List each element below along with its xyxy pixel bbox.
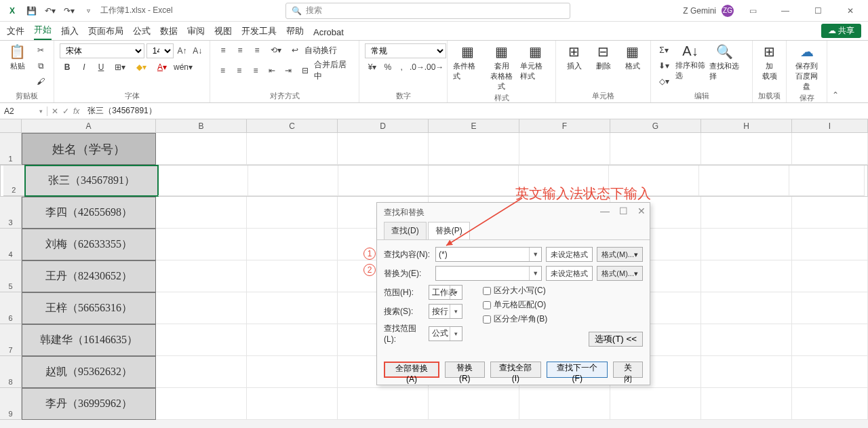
- format-painter-icon[interactable]: 🖌: [33, 75, 48, 88]
- cell[interactable]: [792, 324, 868, 356]
- search-direction-select[interactable]: 按行▾: [429, 304, 462, 319]
- col-header-C[interactable]: C: [247, 119, 338, 132]
- merge-label[interactable]: 合并后居中: [314, 59, 353, 82]
- cell[interactable]: [792, 229, 868, 260]
- align-center-icon[interactable]: ≡: [232, 64, 246, 77]
- col-header-E[interactable]: E: [429, 119, 519, 132]
- chevron-down-icon[interactable]: ▼: [529, 267, 541, 280]
- cell[interactable]: [609, 166, 699, 196]
- cell[interactable]: [519, 388, 610, 420]
- dialog-tab-replace[interactable]: 替换(P): [428, 222, 470, 239]
- cell[interactable]: [701, 133, 792, 165]
- tab-formulas[interactable]: 公式: [133, 25, 151, 40]
- chevron-down-icon[interactable]: ▾: [450, 305, 462, 318]
- redo-icon[interactable]: ↷▾: [61, 3, 77, 19]
- col-header-B[interactable]: B: [156, 119, 247, 132]
- font-size-select[interactable]: 14: [146, 43, 174, 58]
- delete-cells-button[interactable]: ⊟删除: [591, 43, 616, 71]
- cell[interactable]: [247, 260, 338, 292]
- save-icon[interactable]: 💾: [23, 3, 39, 19]
- cell[interactable]: [247, 356, 338, 388]
- col-header-G[interactable]: G: [610, 119, 701, 132]
- find-next-button[interactable]: 查找下一个(F): [547, 362, 608, 378]
- wrap-text-icon[interactable]: ↩: [288, 43, 302, 57]
- match-whole-input[interactable]: [483, 301, 491, 309]
- merge-icon[interactable]: ⊟: [298, 64, 312, 77]
- cell[interactable]: [156, 356, 247, 388]
- tab-review[interactable]: 审阅: [187, 25, 205, 40]
- dialog-minimize-icon[interactable]: ―: [600, 206, 610, 216]
- cell[interactable]: [247, 197, 338, 229]
- decrease-indent-icon[interactable]: ⇤: [265, 64, 279, 77]
- cell[interactable]: [158, 166, 248, 196]
- lookin-select[interactable]: 公式▾: [429, 326, 462, 341]
- cell[interactable]: [610, 133, 701, 165]
- maximize-icon[interactable]: ☐: [804, 1, 831, 20]
- cell[interactable]: [792, 292, 868, 324]
- cell[interactable]: [247, 324, 338, 356]
- row-header[interactable]: 7: [0, 324, 22, 356]
- cell[interactable]: [248, 166, 338, 196]
- minimize-icon[interactable]: ―: [772, 1, 799, 20]
- select-all-corner[interactable]: [0, 119, 22, 132]
- cell[interactable]: 张三（34567891）: [25, 166, 158, 196]
- addins-button[interactable]: ⊞加 载项: [758, 43, 781, 81]
- wrap-text-label[interactable]: 自动换行: [304, 45, 337, 56]
- cell[interactable]: [792, 260, 868, 292]
- cell[interactable]: [338, 388, 429, 420]
- cell[interactable]: [247, 229, 338, 260]
- cell[interactable]: [519, 133, 610, 165]
- increase-font-icon[interactable]: A↑: [176, 44, 189, 58]
- replace-with-input[interactable]: ▼: [435, 266, 542, 281]
- replace-all-button[interactable]: 全部替换(A): [384, 362, 439, 378]
- tab-developer[interactable]: 开发工具: [241, 25, 277, 40]
- cell[interactable]: [701, 292, 792, 324]
- chevron-down-icon[interactable]: ▾: [450, 286, 462, 299]
- phonetic-icon[interactable]: wén▾: [174, 60, 193, 74]
- row-header[interactable]: 9: [0, 388, 22, 420]
- bold-icon[interactable]: B: [60, 60, 75, 74]
- cell[interactable]: [247, 292, 338, 324]
- cell[interactable]: 姓名（学号）: [22, 133, 156, 165]
- align-right-icon[interactable]: ≡: [248, 64, 262, 77]
- options-button[interactable]: 选项(T) <<: [589, 332, 643, 347]
- find-all-button[interactable]: 查找全部(I): [490, 362, 542, 378]
- decrease-decimal-icon[interactable]: .00→: [427, 60, 441, 74]
- cell[interactable]: [156, 324, 247, 356]
- cell[interactable]: [792, 197, 868, 229]
- underline-icon[interactable]: U: [94, 60, 108, 74]
- match-case-checkbox[interactable]: 区分大小写(C): [483, 285, 643, 296]
- cell[interactable]: 刘梅（62633355）: [22, 229, 156, 260]
- cell[interactable]: 李四（42655698）: [22, 197, 156, 229]
- cell[interactable]: 王梓（56656316）: [22, 292, 156, 324]
- col-header-D[interactable]: D: [338, 119, 429, 132]
- tab-home[interactable]: 开始: [34, 24, 52, 40]
- baidu-save-button[interactable]: ☁保存到 百度网盘: [792, 43, 821, 92]
- tab-acrobat[interactable]: Acrobat: [313, 27, 344, 40]
- col-header-F[interactable]: F: [519, 119, 610, 132]
- fill-color-icon[interactable]: ◆▾: [132, 60, 151, 74]
- cell[interactable]: [156, 260, 247, 292]
- row-header[interactable]: 8: [0, 356, 22, 388]
- cell[interactable]: [792, 133, 868, 165]
- row-header[interactable]: 1: [0, 133, 22, 165]
- row-header[interactable]: 6: [0, 292, 22, 324]
- border-icon[interactable]: ⊞▾: [111, 60, 130, 74]
- cell[interactable]: [701, 388, 792, 420]
- cell[interactable]: [156, 197, 247, 229]
- find-select-button[interactable]: 🔍查找和选择: [709, 43, 739, 81]
- tab-view[interactable]: 视图: [214, 25, 232, 40]
- dialog-title-bar[interactable]: 查找和替换 ― ☐ ✕: [377, 203, 650, 222]
- italic-icon[interactable]: I: [77, 60, 92, 74]
- match-case-input[interactable]: [483, 287, 491, 295]
- percent-icon[interactable]: %: [382, 60, 393, 74]
- clear-icon[interactable]: ◇▾: [656, 75, 671, 88]
- cell[interactable]: [701, 197, 792, 229]
- cell[interactable]: [699, 166, 789, 196]
- tab-help[interactable]: 帮助: [286, 25, 304, 40]
- undo-icon[interactable]: ↶▾: [42, 3, 58, 19]
- increase-indent-icon[interactable]: ⇥: [281, 64, 296, 77]
- font-color-icon[interactable]: A▾: [153, 60, 172, 74]
- share-button[interactable]: ☁ 共享: [821, 24, 861, 38]
- chevron-down-icon[interactable]: ▼: [529, 248, 541, 261]
